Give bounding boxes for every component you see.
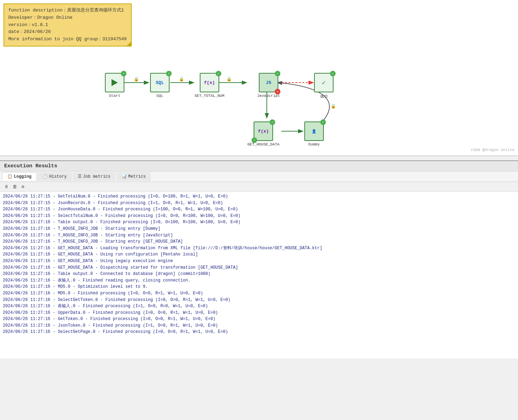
logging-icon: 📋 <box>7 174 13 179</box>
toolbar: ⏸ 🗑 ⚙ <box>0 182 518 192</box>
svg-text:🔒: 🔒 <box>179 76 184 82</box>
set-total-check-badge: ✓ <box>216 71 221 76</box>
node-get-house-label: GET_HOUSE_DATA <box>247 142 279 146</box>
node-sql-label: SQL <box>156 94 163 98</box>
log-line: 2024/06/26 11:27:16 - Table output.0 - C… <box>3 271 515 277</box>
log-line: 2024/06/26 11:27:16 - SelectGetToken.0 -… <box>3 297 515 303</box>
log-line: 2024/06/26 11:27:16 - T_HOUSE_INFO_JOB -… <box>3 226 515 232</box>
node-start-label: Start <box>109 94 120 98</box>
dummy-check-badge: ✓ <box>320 119 326 125</box>
logging-label: Logging <box>14 174 31 179</box>
js-icon: JS <box>266 80 271 85</box>
node-dummy[interactable]: ✓ 👤 Dummy <box>304 121 324 146</box>
log-line: 2024/06/26 11:27:16 - GET_HOUSE_DATA - D… <box>3 264 515 271</box>
exec-panel: Execution Results 📋 Logging 🕐 History ☰ … <box>0 160 518 359</box>
tab-metrics[interactable]: 📊 Metrics <box>116 172 151 181</box>
play-icon <box>112 79 118 86</box>
node-sql[interactable]: ✓ SQL SQL <box>150 73 170 98</box>
info-line-3: version：v1.0.1 <box>8 22 127 29</box>
success-check-badge: ✓ <box>330 71 336 76</box>
log-line: 2024/06/26 11:27:16 - GET_HOUSE_DATA - U… <box>3 251 515 258</box>
js-check-badge: ✓ <box>275 71 280 76</box>
log-line: 2024/06/26 11:27:15 - GetTotalNum.0 - Fi… <box>3 193 515 200</box>
svg-text:🔒: 🔒 <box>331 103 336 109</box>
log-line: 2024/06/26 11:27:16 - T_HOUSE_INFO_JOB -… <box>3 238 515 245</box>
watermark: CSDN @Dragon online <box>471 148 515 152</box>
node-javascript[interactable]: ✓ ✕ JS JavaScript <box>257 73 280 98</box>
node-success[interactable]: ✓ ✓ 成功 <box>314 73 334 99</box>
metrics-label: Metrics <box>128 174 146 179</box>
info-line-5: More information to join QQ group：311947… <box>8 36 127 43</box>
flow-diagram: 🔒 🔒 🔒 🔒 ✓ Start <box>97 59 410 146</box>
node-start[interactable]: ✓ Start <box>105 73 124 98</box>
log-line: 2024/06/26 11:27:16 - 表输入.0 - Finished r… <box>3 277 515 284</box>
history-label: History <box>49 174 66 179</box>
settings-button[interactable]: ⚙ <box>19 183 26 190</box>
node-get-house[interactable]: ✓ ✓ f(x) GET_HOUSE_DATA <box>247 121 279 146</box>
delete-button[interactable]: 🗑 <box>11 183 18 190</box>
log-line: 2024/06/26 11:27:16 - 表输入.0 - Finished p… <box>3 303 515 310</box>
pause-button[interactable]: ⏸ <box>3 183 10 190</box>
log-line: 2024/06/26 11:27:16 - Table output.0 - F… <box>3 219 515 226</box>
log-line: 2024/06/26 11:27:16 - GET_HOUSE_DATA - L… <box>3 245 515 252</box>
log-line: 2024/06/26 11:27:15 - JsonRecords.0 - Fi… <box>3 200 515 207</box>
job-metrics-label: Job metrics <box>83 174 110 179</box>
exec-title: Execution Results <box>0 161 518 171</box>
metrics-icon: 📊 <box>122 174 127 179</box>
check-big-icon: ✓ <box>322 79 326 86</box>
log-line: 2024/06/26 11:27:16 - GetToken.0 - Finis… <box>3 316 515 322</box>
log-container[interactable]: 2024/06/26 11:27:15 - GetTotalNum.0 - Fi… <box>0 192 518 359</box>
get-house-check-badge: ✓ <box>270 119 275 125</box>
tabs-bar: 📋 Logging 🕐 History ☰ Job metrics 📊 Metr… <box>0 171 518 182</box>
start-check-badge: ✓ <box>121 71 126 76</box>
log-line: 2024/06/26 11:27:16 - MD5.0 - Finished p… <box>3 290 515 297</box>
log-line: 2024/06/26 11:27:16 - GET_HOUSE_DATA - U… <box>3 258 515 264</box>
node-set-total-label: SET_TOTAL_NUM <box>195 94 224 98</box>
log-line: 2024/06/26 11:27:16 - SelectGetPage.0 - … <box>3 329 515 335</box>
info-line-2: Developer：Dragon Online <box>8 14 127 22</box>
node-success-label: 成功 <box>320 94 328 99</box>
log-line: 2024/06/26 11:27:16 - MD5.0 - Optimizati… <box>3 284 515 290</box>
get-house-icon: f(x) <box>258 129 269 134</box>
node-javascript-label: JavaScript <box>257 94 280 98</box>
sql-icon: SQL <box>156 80 164 85</box>
log-line: 2024/06/26 11:27:16 - JsonToken.0 - Fini… <box>3 322 515 329</box>
dummy-icon: 👤 <box>312 129 316 134</box>
svg-text:🔒: 🔒 <box>134 76 139 82</box>
tab-job-metrics[interactable]: ☰ Job metrics <box>73 172 116 181</box>
func-icon: f(x) <box>204 80 215 85</box>
node-set-total[interactable]: ✓ f(x) SET_TOTAL_NUM <box>195 73 224 98</box>
log-line: 2024/06/26 11:27:16 - UpperData.0 - Fini… <box>3 310 515 316</box>
tab-logging[interactable]: 📋 Logging <box>2 172 36 181</box>
log-line: 2024/06/26 11:27:15 - SelectTotalNum.0 -… <box>3 213 515 219</box>
info-line-1: function description：房屋信息分页查询循环方式1 <box>8 7 127 14</box>
info-box: function description：房屋信息分页查询循环方式1 Devel… <box>3 3 132 47</box>
log-line: 2024/06/26 11:27:15 - JsonHouseData.0 - … <box>3 206 515 213</box>
history-icon: 🕐 <box>42 174 48 179</box>
log-line: 2024/06/26 11:27:16 - T_HOUSE_INFO_JOB -… <box>3 232 515 239</box>
js-error-badge: ✕ <box>275 89 280 94</box>
info-line-4: date：2024/06/26 <box>8 28 127 36</box>
job-metrics-icon: ☰ <box>78 174 82 179</box>
node-dummy-label: Dummy <box>308 142 320 146</box>
sql-check-badge: ✓ <box>166 71 172 76</box>
tab-history[interactable]: 🕐 History <box>37 172 72 181</box>
svg-text:🔒: 🔒 <box>227 76 232 82</box>
